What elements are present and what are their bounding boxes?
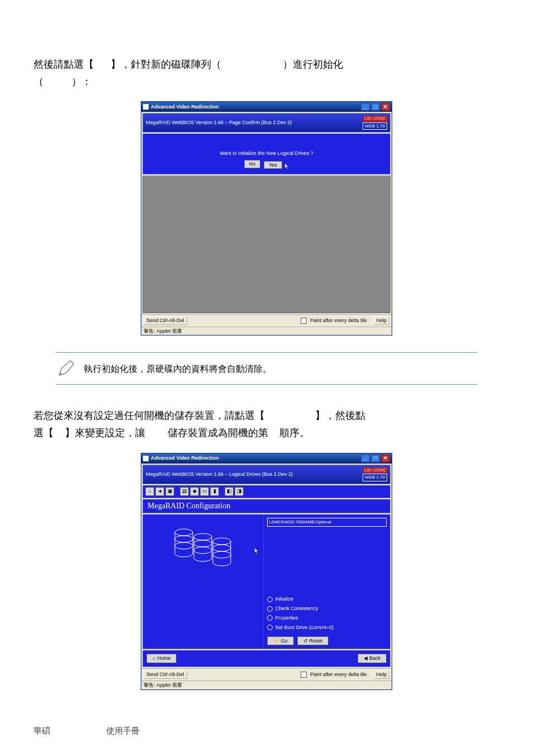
note-block: 執行初始化後，原硬碟內的資料將會自動清除。 (56, 352, 477, 385)
paint-checkbox[interactable] (301, 672, 307, 678)
brand-logo: LSI LOGIC (363, 467, 387, 473)
web-badge: WEB 1.70 (363, 122, 387, 130)
radio-label: Check Consistency (275, 606, 318, 612)
back-label: Back (369, 655, 380, 662)
svg-point-2 (175, 542, 193, 549)
maximize-button[interactable]: □ (371, 103, 380, 111)
toolbar-forward-icon[interactable]: ▣ (165, 487, 174, 496)
no-button[interactable]: No (244, 160, 261, 168)
go-button[interactable]: ⚡ Go (267, 636, 294, 646)
window-titlebar: Advanced Video Redirection _ □ ✕ (141, 453, 392, 464)
svg-point-7 (213, 545, 231, 551)
home-icon: ⌂ (153, 655, 155, 662)
screenshot-1: Advanced Video Redirection _ □ ✕ MegaRAI… (34, 101, 499, 336)
footer-right: 使用手冊 (106, 726, 140, 735)
p2-text-f: 順序。 (279, 427, 310, 438)
close-button[interactable]: ✕ (381, 455, 390, 462)
p2-text-b: 】，然後點 (315, 410, 365, 421)
toolbar-btn-e-icon[interactable]: ◧ (225, 487, 234, 496)
toolbar-btn-f-icon[interactable]: ◨ (235, 487, 244, 496)
p2-text-c: 選【 (34, 427, 54, 438)
inner-title: MegaRAID WebBIOS Version 1.66 – Page Con… (146, 120, 292, 126)
brand-logo: LSI LOGIC (363, 116, 387, 121)
radio-icon (267, 615, 273, 621)
p1-text-b: 】，針對新的磁碟陣列（ (111, 59, 221, 70)
svg-point-1 (175, 536, 193, 542)
confirm-panel: Want to Initialize the New Logical Drive… (142, 134, 391, 174)
home-button[interactable]: ⌂ Home (146, 654, 177, 663)
screenshot-2: Advanced Video Redirection _ □ ✕ MegaRAI… (34, 453, 499, 690)
svg-point-5 (194, 547, 212, 554)
paragraph-1: 然後請點選【 】，針對新的磁碟陣列（ ）進行初始化 （ ）： (34, 56, 499, 90)
svg-point-6 (213, 538, 231, 545)
minimize-button[interactable]: _ (361, 103, 370, 111)
p1-text-a: 然後請點選【 (34, 59, 94, 70)
cursor-icon (255, 548, 260, 556)
page-footer: 華碩 使用手冊 (34, 707, 499, 738)
app-icon (143, 104, 149, 110)
send-cad-button[interactable]: Send Ctrl-Alt-Del (144, 316, 187, 325)
radio-initialize[interactable]: Initialize (267, 596, 387, 602)
toolbar-btn-b-icon[interactable]: ◆ (190, 487, 199, 496)
cursor-icon (285, 163, 291, 172)
brand-block: LSI LOGIC WEB 1.70 (363, 467, 387, 481)
close-button[interactable]: ✕ (381, 103, 390, 111)
help-button[interactable]: Help (373, 316, 389, 325)
help-button[interactable]: Help (373, 670, 389, 679)
confirm-prompt: Want to Initialize the New Logical Drive… (146, 150, 387, 157)
inner-header: MegaRAID WebBIOS Version 1.66 – Page Con… (142, 113, 391, 133)
app-icon (143, 456, 149, 461)
note-text: 執行初始化後，原硬碟內的資料將會自動清除。 (84, 361, 272, 376)
inner-title: MegaRAID WebBIOS Version 1.66 – Logical … (146, 471, 293, 478)
send-cad-button[interactable]: Send Ctrl-Alt-Del (144, 670, 187, 679)
footer-left: 華碩 (34, 726, 50, 735)
radio-icon (267, 625, 273, 630)
config-title: MegaRAID Configuration (142, 499, 391, 514)
svg-point-4 (194, 540, 212, 547)
gray-panel (142, 176, 391, 313)
p1-text-e: ）： (72, 76, 92, 87)
inner-header: MegaRAID WebBIOS Version 1.66 – Logical … (142, 465, 391, 484)
logical-drive-entry[interactable]: LD#0:RAID0:70004MB:Optimal (267, 518, 387, 527)
paint-label: Paint after every delta tile (310, 318, 367, 324)
svg-point-3 (194, 533, 212, 540)
radio-list: Initialize Check Consistency Properties (267, 596, 387, 630)
radio-icon (267, 606, 273, 612)
reset-button[interactable]: ↺ Reset (297, 636, 329, 646)
go-label: Go (281, 638, 288, 644)
toolbar-btn-c-icon[interactable]: ▭ (200, 487, 209, 496)
svg-point-0 (175, 529, 193, 536)
window-title: Advanced Video Redirection (151, 104, 219, 110)
radio-label: Initialize (275, 596, 294, 602)
drive-diagram-panel (143, 514, 264, 649)
minimize-button[interactable]: _ (361, 455, 370, 462)
p1-text-c: ）進行初始化 (283, 59, 343, 70)
pencil-icon (56, 358, 76, 379)
toolbar-btn-d-icon[interactable]: ▮ (210, 487, 219, 496)
web-badge: WEB 1.70 (363, 474, 387, 481)
radio-check-consistency[interactable]: Check Consistency (267, 606, 387, 612)
paragraph-2: 若您從來沒有設定過任何開機的儲存裝置，請點選【 】，然後點 選【 】來變更設定，… (34, 407, 499, 441)
toolbar-btn-a-icon[interactable]: ▤ (180, 487, 189, 496)
window-titlebar: Advanced Video Redirection _ □ ✕ (141, 102, 392, 112)
radio-properties[interactable]: Properties (267, 615, 387, 621)
disk-stack-icon (169, 521, 236, 577)
back-icon: ◀ (364, 655, 368, 662)
home-label: Home (157, 655, 170, 662)
p1-text-d: （ (34, 76, 44, 87)
radio-label: Set Boot Drive (current=0) (275, 625, 334, 631)
toolbar-back-icon[interactable]: ◄ (155, 487, 164, 496)
paint-checkbox[interactable] (301, 318, 307, 324)
back-button[interactable]: ◀ Back (358, 654, 387, 663)
status-bar: 警告: Applet 視窗 (141, 327, 392, 336)
radio-set-boot-drive[interactable]: Set Boot Drive (current=0) (267, 625, 387, 631)
radio-icon (267, 597, 273, 602)
p2-text-d: 】來變更設定，讓 (65, 427, 145, 438)
go-icon: ⚡ (273, 638, 279, 644)
reset-label: Reset (310, 638, 323, 644)
brand-block: LSI LOGIC WEB 1.70 (363, 116, 387, 130)
window-title: Advanced Video Redirection (151, 455, 219, 461)
yes-button[interactable]: Yes (264, 161, 282, 169)
maximize-button[interactable]: □ (371, 455, 380, 462)
toolbar-home-icon[interactable]: ⌂ (145, 487, 154, 496)
